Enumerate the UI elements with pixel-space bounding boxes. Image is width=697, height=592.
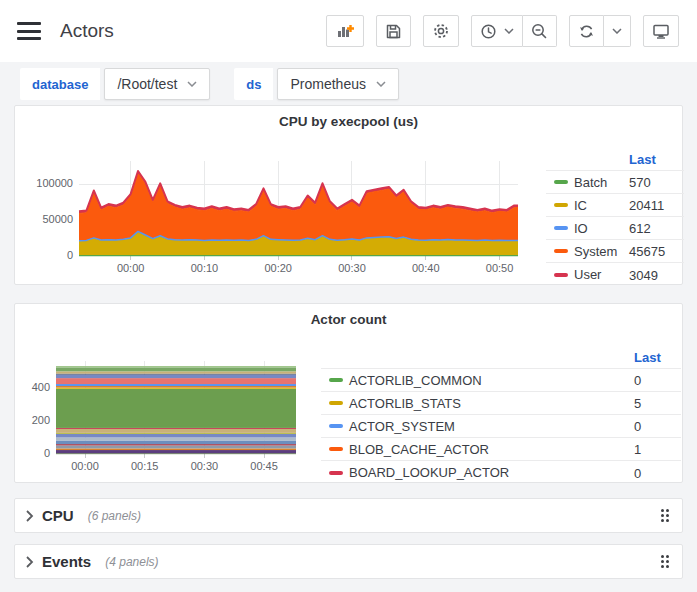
variable-ds-value: Prometheus: [290, 76, 365, 92]
legend-row: BLOB_CACHE_ACTOR1: [321, 438, 681, 461]
series-last-value: 0: [634, 373, 641, 388]
chevron-down-icon: [612, 28, 622, 34]
chevron-right-icon: [25, 509, 34, 523]
time-controls: [471, 15, 557, 47]
x-tick-label: 00:40: [412, 262, 440, 274]
series-last-value: 570: [629, 175, 651, 190]
time-range-picker-button[interactable]: [471, 15, 523, 47]
panel-title-cpu-by-execpool[interactable]: CPU by execpool (us): [15, 114, 682, 129]
x-tick-label: 00:50: [486, 262, 514, 274]
series-name[interactable]: ACTORLIB_STATS: [349, 396, 461, 411]
save-dashboard-button[interactable]: [376, 15, 411, 47]
variable-ds-label: ds: [234, 68, 273, 100]
x-tick-label: 00:20: [264, 262, 292, 274]
variable-database-dropdown[interactable]: /Root/test: [104, 68, 210, 100]
menu-icon[interactable]: [16, 21, 42, 41]
chevron-right-icon: [25, 555, 34, 569]
chevron-down-icon: [504, 28, 514, 34]
cpu-execpool-chart[interactable]: [79, 161, 518, 256]
series-name[interactable]: BLOB_CACHE_ACTOR: [349, 442, 489, 457]
x-tick-label: 00:15: [131, 460, 159, 472]
dashboard-row-events[interactable]: Events (4 panels): [14, 544, 683, 579]
y-tick-label: 100000: [23, 177, 73, 189]
legend-last-header: Last: [634, 350, 661, 365]
legend-row: BOARD_LOOKUP_ACTOR0: [321, 461, 681, 484]
actor-count-chart[interactable]: [56, 361, 296, 454]
legend-row: ACTORLIB_STATS5: [321, 392, 681, 415]
refresh-controls: [569, 15, 631, 47]
series-color-swatch: [554, 249, 568, 253]
series-last-value: 5: [634, 396, 641, 411]
series-color-swatch: [329, 471, 343, 475]
series-name[interactable]: IC: [574, 198, 587, 213]
variable-ds-dropdown[interactable]: Prometheus: [277, 68, 398, 100]
row-panel-count: (4 panels): [105, 555, 158, 569]
variable-database-label: database: [20, 68, 100, 100]
series-color-swatch: [329, 447, 343, 451]
refresh-interval-button[interactable]: [604, 15, 631, 47]
x-tick-label: 00:30: [191, 460, 219, 472]
series-name[interactable]: User: [574, 267, 601, 282]
series-last-value: 20411: [629, 198, 664, 213]
drag-handle-icon[interactable]: [660, 554, 670, 569]
series-color-swatch: [554, 180, 568, 184]
panel-cpu-by-execpool: CPU by execpool (us) 050000100000 00:000…: [14, 105, 683, 285]
refresh-button[interactable]: [569, 15, 604, 47]
x-tick-label: 00:45: [250, 460, 278, 472]
dashboard-row-cpu[interactable]: CPU (6 panels): [14, 498, 683, 533]
dashboard-settings-button[interactable]: [423, 15, 459, 47]
series-name[interactable]: ACTORLIB_COMMON: [349, 373, 482, 388]
series-name[interactable]: IO: [574, 221, 588, 236]
legend-row: IC20411: [546, 194, 684, 217]
variable-database-value: /Root/test: [117, 76, 177, 92]
legend-header: Last: [321, 347, 681, 369]
zoom-out-button[interactable]: [523, 15, 557, 47]
row-title: Events: [42, 553, 91, 570]
panel-title-actor-count[interactable]: Actor count: [15, 312, 682, 327]
cpu-execpool-legend: LastBatch570IC20411IO612System45675User3…: [546, 149, 684, 286]
series-name[interactable]: ACTOR_SYSTEM: [349, 419, 455, 434]
series-color-swatch: [554, 203, 568, 207]
drag-handle-icon[interactable]: [660, 508, 670, 523]
row-panel-count: (6 panels): [88, 509, 141, 523]
series-color-swatch: [554, 273, 568, 277]
series-name[interactable]: System: [574, 244, 617, 259]
dashboard-header: Actors: [0, 0, 697, 62]
zoom-out-icon: [531, 23, 548, 40]
y-tick-label: 0: [23, 249, 73, 261]
series-last-value: 3049: [629, 267, 658, 282]
legend-last-header: Last: [629, 152, 656, 167]
row-title: CPU: [42, 507, 74, 524]
series-last-value: 1: [634, 442, 641, 457]
series-last-value: 612: [629, 221, 651, 236]
variable-ds: ds Prometheus: [234, 68, 399, 100]
chevron-down-icon: [376, 81, 386, 87]
legend-row: System45675: [546, 240, 684, 263]
series-last-value: 0: [634, 419, 641, 434]
x-tick-label: 00:00: [117, 262, 145, 274]
panel-actor-count: Actor count 0200400 00:0000:1500:3000:45…: [14, 303, 683, 483]
y-tick-label: 400: [0, 381, 50, 393]
page-title: Actors: [60, 20, 114, 42]
monitor-icon: [652, 23, 670, 40]
series-color-swatch: [554, 226, 568, 230]
cycle-view-mode-button[interactable]: [643, 15, 679, 47]
legend-row: IO612: [546, 217, 684, 240]
y-tick-label: 0: [0, 447, 50, 459]
actor-count-legend: LastACTORLIB_COMMON0ACTORLIB_STATS5ACTOR…: [321, 347, 681, 484]
legend-row: Batch570: [546, 171, 684, 194]
series-last-value: 45675: [629, 244, 665, 259]
add-panel-button[interactable]: [326, 15, 364, 47]
series-color-swatch: [329, 378, 343, 382]
variable-database: database /Root/test: [20, 68, 210, 100]
refresh-icon: [578, 23, 595, 40]
x-tick-label: 00:10: [191, 262, 219, 274]
toolbar: [326, 15, 679, 47]
series-name[interactable]: Batch: [574, 175, 607, 190]
series-name[interactable]: BOARD_LOOKUP_ACTOR: [349, 465, 509, 480]
y-tick-label: 200: [0, 414, 50, 426]
panel-add-icon: [335, 23, 355, 40]
chevron-down-icon: [187, 81, 197, 87]
series-last-value: 0: [634, 465, 641, 480]
save-icon: [385, 23, 402, 40]
